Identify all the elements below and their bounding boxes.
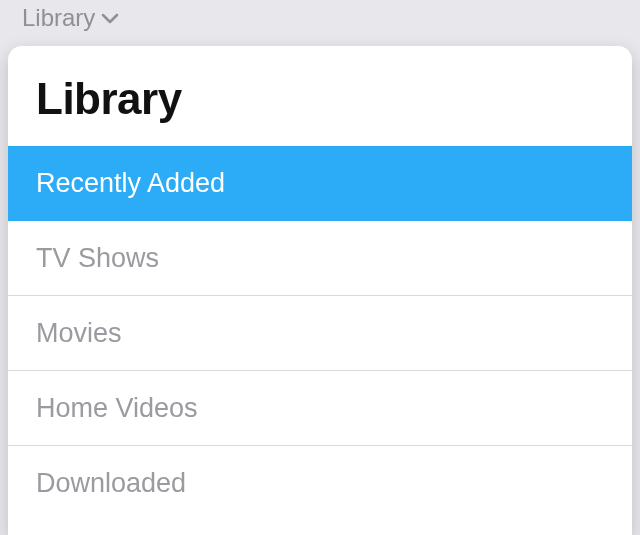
menu-item-label: TV Shows [36, 243, 159, 273]
chevron-down-icon [101, 13, 119, 25]
library-dropdown-trigger[interactable]: Library [22, 4, 119, 32]
library-dropdown-panel: Library Recently Added TV Shows Movies H… [8, 46, 632, 535]
menu-item-recently-added[interactable]: Recently Added [8, 146, 632, 221]
menu-item-label: Home Videos [36, 393, 198, 423]
panel-pointer [53, 46, 85, 48]
menu-item-tv-shows[interactable]: TV Shows [8, 221, 632, 296]
panel-title: Library [8, 66, 632, 146]
menu-item-label: Recently Added [36, 168, 225, 198]
nav-trigger-label: Library [22, 4, 95, 32]
menu-item-home-videos[interactable]: Home Videos [8, 371, 632, 446]
menu-item-label: Downloaded [36, 468, 186, 498]
library-menu: Recently Added TV Shows Movies Home Vide… [8, 146, 632, 520]
menu-item-movies[interactable]: Movies [8, 296, 632, 371]
menu-item-downloaded[interactable]: Downloaded [8, 446, 632, 520]
menu-item-label: Movies [36, 318, 122, 348]
